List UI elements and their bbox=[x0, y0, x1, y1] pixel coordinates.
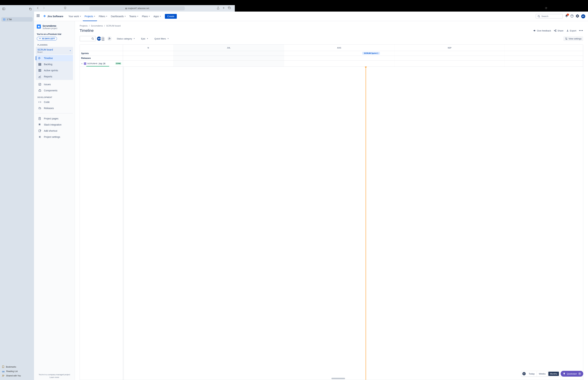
chevron-down-icon: ▼ bbox=[147, 38, 148, 39]
jira-logo-text: Jira Software bbox=[47, 15, 63, 18]
jira-icon bbox=[43, 15, 46, 18]
month-header: N bbox=[123, 45, 173, 51]
lock-icon bbox=[125, 7, 127, 9]
svg-point-41 bbox=[39, 137, 40, 137]
url-bar[interactable]: mrajtest47.atlassian.net bbox=[90, 6, 185, 10]
sidebar-reports[interactable]: Reports bbox=[36, 74, 73, 80]
jira-logo[interactable]: Jira Software bbox=[43, 15, 63, 18]
sidebar-toggle-icon[interactable] bbox=[2, 7, 5, 11]
nav-apps[interactable]: Apps ▼ bbox=[152, 12, 163, 21]
chevron-right-icon[interactable] bbox=[81, 63, 83, 64]
month-background bbox=[123, 60, 173, 67]
menu-icon bbox=[38, 107, 41, 110]
timeline-grid: NJULAUGSEP Sprints SCRUM Sprint 1 Releas… bbox=[80, 44, 235, 152]
chevron-down-icon bbox=[69, 50, 71, 52]
sidebar-slack-integration[interactable]: Slack integration bbox=[36, 122, 73, 128]
menu-icon bbox=[38, 100, 41, 104]
svg-rect-39 bbox=[40, 125, 40, 125]
svg-point-50 bbox=[109, 38, 110, 38]
svg-point-47 bbox=[92, 38, 94, 39]
sidebar-add-shortcut[interactable]: Add shortcut bbox=[36, 128, 73, 134]
svg-rect-14 bbox=[229, 7, 230, 9]
tab-group-item[interactable]: 1 Tab bbox=[1, 17, 33, 22]
tabs-icon[interactable] bbox=[228, 7, 231, 10]
add-people-button[interactable] bbox=[107, 36, 112, 41]
svg-rect-0 bbox=[2, 8, 5, 10]
breadcrumb-board[interactable]: SCRUM board bbox=[106, 24, 121, 27]
create-button[interactable]: Create bbox=[165, 14, 177, 19]
epic-icon bbox=[84, 62, 86, 65]
top-nav: Jira Software Your work ▼Projects ▼Filte… bbox=[34, 12, 235, 21]
svg-rect-38 bbox=[39, 125, 39, 125]
sprints-row-label: Sprints bbox=[80, 51, 123, 56]
quick-filters[interactable]: Quick filters ▼ bbox=[154, 37, 170, 41]
sidebar-project-settings[interactable]: Project settings bbox=[36, 134, 73, 140]
share-icon[interactable] bbox=[217, 7, 219, 10]
timeline-search-input[interactable] bbox=[80, 36, 96, 41]
dev-section-label: DEVELOPMENT bbox=[36, 95, 73, 99]
menu-icon bbox=[38, 89, 41, 92]
chevron-down-icon: ▼ bbox=[94, 16, 95, 17]
trial-pill[interactable]: 55 DAYS LEFT bbox=[37, 37, 57, 40]
svg-rect-36 bbox=[39, 124, 39, 124]
app-switcher-icon[interactable] bbox=[37, 14, 41, 18]
epic-key[interactable]: SCRUM-6 bbox=[87, 62, 97, 65]
nav-filters[interactable]: Filters ▼ bbox=[97, 12, 109, 21]
menu-icon bbox=[38, 129, 41, 133]
menu-icon bbox=[38, 57, 41, 60]
trial-banner: You're on a Premium trial bbox=[36, 32, 73, 37]
menu-icon bbox=[38, 83, 41, 86]
breadcrumb-project[interactable]: Scrumdemo bbox=[91, 24, 103, 27]
new-tab-group-icon[interactable] bbox=[29, 7, 32, 11]
board-selector[interactable]: SCRUM board Board bbox=[36, 47, 73, 55]
unassigned-avatar[interactable] bbox=[100, 36, 105, 41]
status-badge: DONE bbox=[115, 62, 121, 65]
search-icon bbox=[92, 38, 94, 40]
epic-filter[interactable]: Epic ▼ bbox=[140, 37, 149, 41]
nav-your-work[interactable]: Your work ▼ bbox=[67, 12, 83, 21]
sidebar-releases[interactable]: Releases bbox=[36, 105, 73, 111]
chevron-down-icon: ▼ bbox=[124, 16, 126, 17]
svg-rect-3 bbox=[3, 19, 5, 20]
svg-rect-19 bbox=[38, 26, 39, 26]
chevron-down-icon: ▼ bbox=[167, 38, 169, 39]
forward-button[interactable] bbox=[42, 6, 46, 11]
svg-rect-26 bbox=[39, 65, 41, 65]
svg-rect-2 bbox=[30, 8, 32, 10]
chevron-down-icon: ▼ bbox=[133, 38, 135, 39]
month-background bbox=[124, 67, 124, 152]
nav-dashboards[interactable]: Dashboards ▼ bbox=[109, 12, 127, 21]
tab-count-label: 1 Tab bbox=[7, 18, 12, 20]
svg-rect-37 bbox=[40, 124, 40, 124]
sparkle-icon bbox=[39, 38, 41, 40]
month-background bbox=[173, 51, 235, 56]
nav-plans[interactable]: Plans ▼ bbox=[140, 12, 152, 21]
breadcrumb-projects[interactable]: Projects bbox=[80, 24, 88, 27]
epic-progress-bar bbox=[86, 66, 109, 67]
sidebar-project-pages[interactable]: Project pages bbox=[36, 115, 73, 122]
browser-sidebar: 1 Tab Bookmarks Reading List Shared with… bbox=[0, 5, 34, 152]
epic-title[interactable]: July 26 bbox=[98, 62, 105, 65]
releases-row-label: Releases bbox=[80, 56, 123, 60]
sidebar-components[interactable]: Components bbox=[36, 87, 73, 94]
sidebar-active-sprints[interactable]: Active sprints bbox=[36, 67, 73, 74]
project-name: Scrumdemo bbox=[42, 24, 57, 27]
month-background bbox=[173, 56, 235, 60]
shield-icon[interactable] bbox=[63, 6, 67, 11]
sidebar-timeline[interactable]: Timeline bbox=[36, 55, 73, 61]
menu-icon bbox=[38, 75, 41, 78]
nav-projects[interactable]: Projects ▼ bbox=[83, 12, 97, 21]
sidebar-issues[interactable]: Issues bbox=[36, 81, 73, 87]
menu-icon bbox=[38, 117, 41, 120]
sidebar-code[interactable]: Code bbox=[36, 99, 73, 105]
status-category-filter[interactable]: Status category ▼ bbox=[116, 37, 136, 41]
svg-rect-27 bbox=[39, 69, 39, 72]
sidebar-backlog[interactable]: Backlog bbox=[36, 61, 73, 67]
new-tab-icon[interactable] bbox=[222, 7, 225, 10]
project-type: Software project bbox=[42, 27, 57, 30]
back-button[interactable] bbox=[36, 6, 40, 11]
planning-section-label: PLANNING bbox=[36, 43, 73, 47]
svg-rect-25 bbox=[39, 64, 41, 65]
svg-rect-32 bbox=[39, 90, 41, 92]
nav-teams[interactable]: Teams ▼ bbox=[128, 12, 140, 21]
